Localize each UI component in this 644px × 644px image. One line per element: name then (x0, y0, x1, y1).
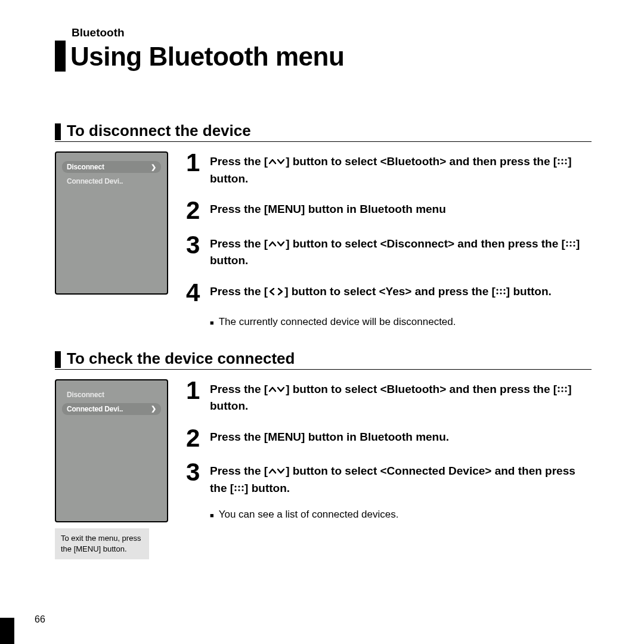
svg-point-12 (496, 289, 498, 290)
grid-icon (557, 157, 568, 166)
section-accent-bar (55, 351, 61, 368)
svg-point-19 (562, 386, 564, 388)
steps-list: 1Press the [] button to select <Bluetoot… (186, 151, 592, 332)
step-text: Press the [] button to select <Bluetooth… (210, 151, 592, 187)
svg-point-13 (500, 289, 501, 290)
step-number: 1 (186, 151, 204, 187)
svg-point-29 (242, 489, 244, 491)
grid-icon (565, 240, 576, 248)
instruction-step: 1Press the [] button to select <Bluetoot… (186, 151, 592, 187)
svg-point-24 (235, 485, 237, 487)
svg-point-21 (558, 390, 560, 392)
device-menu-item[interactable]: Connected Devi.. (62, 175, 161, 187)
grid-icon (234, 484, 244, 493)
section-title: To disconnect the device (67, 122, 251, 140)
step-text: Press the [MENU] button in Bluetooth men… (210, 199, 446, 222)
instruction-step: 2Press the [MENU] button in Bluetooth me… (186, 199, 592, 222)
section-heading: To disconnect the device (55, 122, 592, 142)
step-text: Press the [] button to select <Disconnec… (210, 234, 592, 270)
svg-point-26 (242, 485, 244, 487)
up-down-icon (268, 385, 286, 394)
svg-point-6 (566, 241, 568, 243)
grid-icon (496, 287, 506, 296)
device-menu-label: Connected Devi.. (67, 177, 123, 185)
step-text-fragment: ] button to select <Disconnect> and then… (286, 237, 565, 250)
section: To disconnect the deviceDisconnect❯Conne… (55, 122, 592, 332)
svg-point-1 (562, 159, 564, 160)
step-text: Press the [MENU] button in Bluetooth men… (210, 427, 449, 450)
step-number: 3 (186, 461, 204, 497)
step-note: ■The currently connected device will be … (210, 316, 592, 328)
step-number: 1 (186, 379, 204, 415)
step-text-fragment: ] button to select <Bluetooth> and then … (286, 383, 557, 395)
up-down-icon (268, 157, 286, 166)
svg-point-3 (558, 162, 560, 164)
step-number: 3 (186, 234, 204, 270)
svg-point-25 (239, 485, 240, 487)
step-note: ■You can see a list of connected devices… (210, 509, 592, 521)
svg-point-11 (573, 244, 575, 246)
svg-point-28 (239, 489, 240, 491)
step-text-fragment: Press the [ (210, 155, 268, 168)
section-title: To check the device connected (67, 349, 295, 368)
tip-box: To exit the menu, press the [MENU] butto… (55, 528, 149, 559)
step-text-fragment: Press the [ (210, 465, 268, 477)
device-screen-illustration: DisconnectConnected Devi..❯ (55, 379, 168, 522)
instruction-step: 3Press the [] button to select <Connecte… (186, 461, 592, 497)
step-text-fragment: Press the [MENU] button in Bluetooth men… (210, 431, 449, 443)
step-number: 2 (186, 199, 204, 222)
svg-point-4 (562, 162, 564, 164)
svg-point-8 (573, 241, 575, 243)
section-heading: To check the device connected (55, 349, 592, 370)
note-text: You can see a list of connected devices. (219, 509, 399, 521)
note-text: The currently connected device will be d… (219, 316, 456, 328)
chevron-right-icon: ❯ (151, 405, 156, 413)
svg-point-22 (562, 390, 564, 392)
chevron-right-icon: ❯ (151, 163, 156, 171)
step-number: 4 (186, 281, 204, 304)
bullet-icon: ■ (210, 512, 214, 519)
svg-point-2 (565, 159, 567, 160)
instruction-step: 3Press the [] button to select <Disconne… (186, 234, 592, 270)
device-menu-item[interactable]: Connected Devi..❯ (62, 403, 161, 415)
left-right-icon (268, 287, 284, 296)
instruction-step: 1Press the [] button to select <Bluetoot… (186, 379, 592, 415)
step-text-fragment: Press the [ (210, 285, 268, 298)
svg-point-15 (496, 292, 498, 294)
step-number: 2 (186, 427, 204, 450)
step-text-fragment: Press the [MENU] button in Bluetooth men… (210, 203, 446, 215)
step-text-fragment: ] button to select <Bluetooth> and then … (286, 155, 557, 168)
page-content: Bluetooth Using Bluetooth menu To discon… (55, 26, 592, 559)
device-menu-label: Connected Devi.. (67, 405, 123, 413)
svg-point-7 (569, 241, 571, 243)
section: To check the device connectedDisconnectC… (55, 349, 592, 559)
up-down-icon (268, 240, 286, 248)
svg-point-27 (235, 489, 237, 491)
instruction-step: 2Press the [MENU] button in Bluetooth me… (186, 427, 592, 450)
svg-point-0 (558, 159, 560, 160)
svg-point-14 (503, 289, 505, 290)
step-text-fragment: ] button. (244, 482, 290, 494)
breadcrumb: Bluetooth (72, 26, 592, 39)
step-text-fragment: Press the [ (210, 383, 268, 395)
svg-point-9 (566, 244, 568, 246)
svg-point-18 (558, 386, 560, 388)
grid-icon (557, 385, 568, 394)
device-menu-item[interactable]: Disconnect❯ (62, 161, 161, 173)
step-text: Press the [] button to select <Yes> and … (210, 281, 552, 304)
svg-point-5 (565, 162, 567, 164)
device-menu-item[interactable]: Disconnect (62, 389, 161, 401)
instruction-step: 4Press the [] button to select <Yes> and… (186, 281, 592, 304)
device-screen-illustration: Disconnect❯Connected Devi.. (55, 151, 168, 295)
svg-point-20 (565, 386, 567, 388)
svg-point-16 (500, 292, 501, 294)
device-menu-label: Disconnect (67, 163, 104, 171)
step-text-fragment: ] button to select <Yes> and press the [ (284, 285, 496, 298)
device-menu-label: Disconnect (67, 391, 104, 399)
steps-list: 1Press the [] button to select <Bluetoot… (186, 379, 592, 559)
section-accent-bar (55, 123, 61, 140)
step-text-fragment: ] button. (506, 285, 552, 298)
page-edge-tab (0, 618, 14, 644)
bullet-icon: ■ (210, 319, 214, 326)
step-text: Press the [] button to select <Bluetooth… (210, 379, 592, 415)
